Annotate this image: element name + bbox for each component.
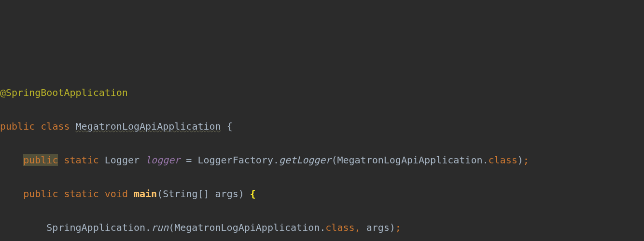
params: (String[] args) bbox=[157, 188, 250, 200]
indent bbox=[0, 188, 23, 200]
class-ref: MegatronLogApiApplication bbox=[174, 222, 320, 233]
class-ref: SpringApplication bbox=[46, 222, 145, 233]
keyword-class: class bbox=[489, 154, 518, 166]
comma: , bbox=[355, 222, 366, 233]
code-line[interactable]: SpringApplication.run(MegatronLogApiAppl… bbox=[0, 219, 644, 236]
dot: . bbox=[145, 222, 151, 233]
type-name: Logger bbox=[105, 154, 140, 166]
dot: . bbox=[273, 154, 279, 166]
paren-close: ) bbox=[518, 154, 523, 166]
equals: = bbox=[180, 154, 197, 166]
code-line[interactable]: public static void main(String[] args) { bbox=[0, 186, 644, 202]
arg: args) bbox=[366, 222, 395, 233]
semicolon: ; bbox=[523, 154, 529, 166]
field-name: logger bbox=[145, 154, 180, 166]
keyword-void: void bbox=[105, 188, 128, 200]
code-line[interactable]: public static Logger logger = LoggerFact… bbox=[0, 152, 644, 169]
code-editor[interactable]: @SpringBootApplication public class Mega… bbox=[0, 67, 644, 241]
indent bbox=[0, 154, 23, 166]
keyword-public: public bbox=[23, 188, 58, 200]
method-call: getLogger bbox=[279, 154, 331, 166]
annotation: @SpringBootApplication bbox=[0, 87, 128, 98]
class-ref: LoggerFactory bbox=[197, 154, 273, 166]
indent bbox=[0, 222, 46, 233]
paren-open: ( bbox=[331, 154, 337, 166]
code-line[interactable]: public class MegatronLogApiApplication { bbox=[0, 118, 644, 135]
code-line[interactable]: @SpringBootApplication bbox=[0, 84, 644, 101]
class-ref: MegatronLogApiApplication bbox=[337, 154, 482, 166]
dot: . bbox=[320, 222, 325, 233]
keyword-class: class bbox=[41, 120, 70, 132]
keyword-static: static bbox=[64, 188, 98, 200]
keyword-class: class bbox=[325, 222, 354, 233]
keyword-public: public bbox=[0, 120, 35, 132]
class-name: MegatronLogApiApplication bbox=[76, 120, 221, 132]
brace-open: { bbox=[227, 120, 233, 132]
dot: . bbox=[482, 154, 488, 166]
semicolon: ; bbox=[395, 222, 401, 233]
keyword-public: public bbox=[23, 154, 58, 166]
brace-open: { bbox=[250, 188, 256, 200]
method-name: main bbox=[134, 188, 157, 200]
keyword-static: static bbox=[64, 154, 98, 166]
paren-open: ( bbox=[168, 222, 174, 233]
method-call: run bbox=[151, 222, 168, 233]
